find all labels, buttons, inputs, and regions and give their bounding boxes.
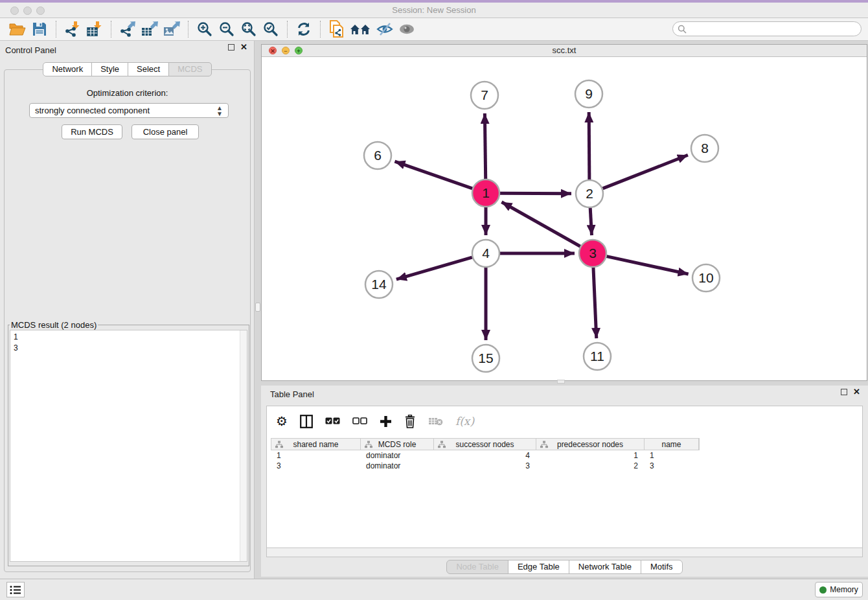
graph-node-1[interactable]: 1 [472,179,499,207]
search-input[interactable] [687,23,861,35]
column-header-predecessor-nodes[interactable]: predecessor nodes [536,439,645,450]
checked-boxes-icon[interactable] [325,417,340,425]
duplicate-network-button[interactable] [326,19,348,39]
criterion-dropdown[interactable]: strongly connected component ▲▼ [29,103,229,118]
close-panel-button[interactable]: Close panel [131,124,199,139]
save-session-button[interactable] [29,19,51,39]
plus-icon[interactable] [380,415,392,428]
tab-motifs[interactable]: Motifs [641,560,683,574]
tab-style[interactable]: Style [91,62,128,76]
table-panel-title: Table Panel [270,389,314,399]
export-table-button[interactable] [139,19,161,39]
column-header-mcds-role[interactable]: MCDS role [361,439,434,450]
tab-mcds[interactable]: MCDS [168,62,211,76]
graph-edge-3-10[interactable] [606,257,688,274]
zoom-out-button[interactable] [216,19,238,39]
refresh-button[interactable] [293,19,315,39]
split-divider-grip[interactable] [255,303,260,312]
graph-node-2[interactable]: 2 [576,180,603,207]
column-header-shared-name[interactable]: shared name [271,439,361,450]
window-title: Session: New Session [0,3,868,17]
minimize-button[interactable] [23,6,32,15]
show-hide-style-button[interactable] [374,19,396,39]
mcds-result-area[interactable]: 1 3 [10,330,247,562]
column-header-label: successor nodes [455,440,514,449]
graph-node-label: 9 [585,86,593,101]
graph-edge-3-11[interactable] [593,268,597,338]
column-header-name[interactable]: name [645,439,699,450]
titlebar: Session: New Session [0,3,868,18]
attribute-tree-icon [540,441,548,450]
graph-edge-1-7[interactable] [485,113,485,179]
node-table: shared nameMCDS rolesuccessor nodesprede… [271,438,700,471]
graph-node-9[interactable]: 9 [575,80,602,108]
import-network-button[interactable] [62,19,84,39]
table-row[interactable]: 3dominator323 [271,461,700,471]
tab-edge-table[interactable]: Edge Table [508,560,569,574]
attribute-tree-icon [275,441,283,450]
cell-predecessor-nodes: 2 [536,461,644,471]
table-horizontal-scrollbar[interactable] [266,548,863,557]
run-mcds-button[interactable]: Run MCDS [62,124,122,139]
hide-details-button[interactable] [396,19,418,39]
import-table-button[interactable] [84,19,106,39]
memory-button[interactable]: Memory [815,582,863,597]
application-window: Session: New Session [0,0,868,600]
graph-node-label: 3 [589,246,597,260]
network-zoom-button[interactable]: + [295,47,303,54]
delete-table-icon[interactable] [428,417,443,426]
network-minimize-button[interactable]: − [282,47,290,54]
graph-node-10[interactable]: 10 [692,264,720,292]
search-field[interactable] [672,21,862,36]
zoom-in-button[interactable] [194,19,216,39]
trash-icon[interactable] [404,415,416,428]
network-window-title: scc.txt [262,45,867,56]
columns-icon[interactable] [300,415,313,428]
graph-node-14[interactable]: 14 [365,271,393,298]
zoom-button[interactable] [36,6,45,15]
graph-node-15[interactable]: 15 [472,345,499,372]
column-header-successor-nodes[interactable]: successor nodes [434,439,536,450]
float-panel-icon[interactable] [228,44,234,51]
graph-node-8[interactable]: 8 [691,135,718,162]
graph-node-label: 4 [482,246,490,260]
graph-node-7[interactable]: 7 [471,82,498,109]
close-panel-icon[interactable]: ✕ [853,389,860,395]
table-toolbar: ⚙ f(x) [276,411,474,431]
graph-edge-2-8[interactable] [602,155,687,189]
graph-edge-3-1[interactable] [501,202,580,246]
task-history-button[interactable] [6,582,25,597]
open-session-button[interactable] [6,19,29,39]
result-scrollbar[interactable] [240,330,247,561]
horizontal-split-grip[interactable] [557,380,565,384]
close-panel-icon[interactable]: ✕ [240,44,247,51]
table-header-row: shared nameMCDS rolesuccessor nodesprede… [271,438,700,450]
gear-icon[interactable]: ⚙ [276,413,288,429]
tab-network-table[interactable]: Network Table [569,560,641,574]
float-panel-icon[interactable] [841,389,847,395]
export-image-button[interactable] [161,19,183,39]
tab-select[interactable]: Select [128,62,169,76]
graph-node-6[interactable]: 6 [364,142,391,169]
eye-slash-icon [376,21,393,37]
function-icon[interactable]: f(x) [455,415,474,428]
tab-network[interactable]: Network [43,62,92,76]
graph-edge-2-3[interactable] [590,208,591,235]
network-graph[interactable]: 1234678910111415 [262,58,867,381]
destroy-network-button[interactable] [348,19,374,39]
graph-node-4[interactable]: 4 [472,240,499,267]
table-row[interactable]: 1dominator411 [271,450,700,461]
export-network-button[interactable] [117,19,139,39]
unchecked-boxes-icon[interactable] [352,417,367,425]
graph-node-3[interactable]: 3 [579,240,606,267]
graph-node-11[interactable]: 11 [584,343,611,370]
graph-edge-2-9[interactable] [589,112,589,179]
close-button[interactable] [10,6,19,15]
graph-edge-1-6[interactable] [394,161,472,189]
zoom-fit-button[interactable] [238,19,260,39]
graph-edge-4-14[interactable] [396,257,472,279]
network-close-button[interactable]: ✕ [269,47,277,54]
graph-edge-1-2[interactable] [500,193,571,194]
zoom-selected-button[interactable] [260,19,282,39]
tab-node-table[interactable]: Node Table [446,560,508,574]
